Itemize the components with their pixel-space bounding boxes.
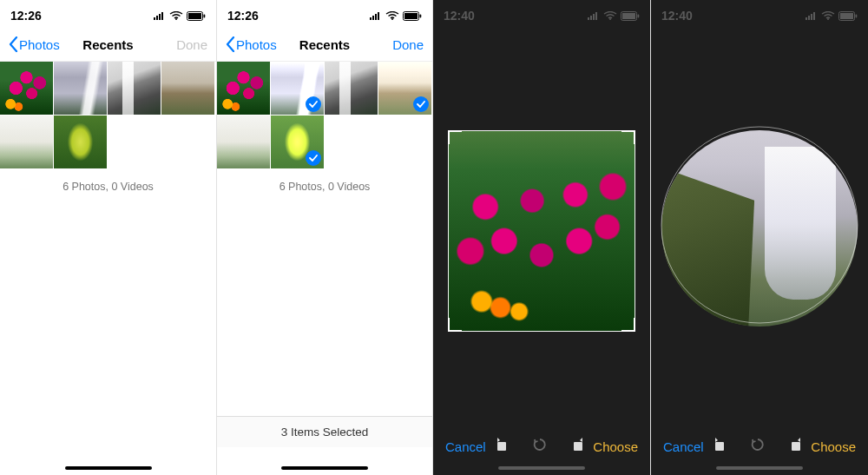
crop-toolbar: Cancel Choose xyxy=(433,437,650,456)
status-bar: 12:40 xyxy=(433,0,650,28)
svg-rect-11 xyxy=(378,12,379,20)
signal-icon xyxy=(370,11,382,20)
battery-icon xyxy=(187,11,206,21)
reset-icon[interactable] xyxy=(532,437,548,456)
svg-rect-16 xyxy=(588,17,589,20)
photo-thumb[interactable] xyxy=(54,62,107,115)
svg-rect-0 xyxy=(154,17,155,20)
svg-rect-10 xyxy=(375,14,377,20)
status-right xyxy=(154,11,206,21)
crop-image-area[interactable] xyxy=(448,130,635,332)
svg-rect-33 xyxy=(856,14,858,17)
crop-frame[interactable] xyxy=(448,130,635,332)
back-label: Photos xyxy=(236,37,277,52)
battery-icon xyxy=(621,11,640,21)
photo-thumb[interactable] xyxy=(217,62,270,115)
svg-rect-6 xyxy=(188,13,201,19)
svg-rect-14 xyxy=(404,13,418,19)
photo-thumb[interactable] xyxy=(0,115,53,168)
svg-rect-8 xyxy=(370,17,372,20)
status-right xyxy=(806,11,858,21)
photo-thumb[interactable] xyxy=(161,62,214,115)
crop-handle-br[interactable] xyxy=(621,318,635,332)
back-label: Photos xyxy=(19,37,60,52)
nav-title: Recents xyxy=(299,37,350,52)
selection-count-bar: 3 Items Selected xyxy=(217,416,432,447)
photo-thumb[interactable] xyxy=(217,115,270,168)
checkmark-icon xyxy=(413,96,429,112)
svg-rect-29 xyxy=(813,12,815,20)
crop-handle-tl[interactable] xyxy=(448,130,462,144)
photo-thumb[interactable] xyxy=(54,115,107,168)
rotate-left-icon[interactable] xyxy=(712,437,727,456)
wifi-icon xyxy=(821,11,835,20)
chevron-left-icon xyxy=(9,36,18,52)
svg-rect-2 xyxy=(159,14,161,20)
grid-summary: 6 Photos, 0 Videos xyxy=(0,181,216,193)
photo-thumb[interactable] xyxy=(325,62,378,115)
svg-point-20 xyxy=(609,18,611,20)
photo-thumb[interactable] xyxy=(108,62,161,115)
grid-summary: 6 Photos, 0 Videos xyxy=(217,181,432,193)
svg-rect-22 xyxy=(622,13,635,19)
photo-grid xyxy=(217,62,432,168)
status-time: 12:26 xyxy=(227,9,259,23)
rotate-right-icon[interactable] xyxy=(570,437,586,456)
home-indicator[interactable] xyxy=(498,466,585,470)
svg-rect-7 xyxy=(204,14,206,17)
wifi-icon xyxy=(169,11,183,20)
signal-icon xyxy=(154,11,166,20)
svg-rect-32 xyxy=(840,13,853,19)
nav-bar: Photos Recents Done xyxy=(0,28,216,62)
cancel-button[interactable]: Cancel xyxy=(445,439,486,454)
choose-button[interactable]: Choose xyxy=(811,439,856,454)
status-bar: 12:26 xyxy=(217,0,432,28)
signal-icon xyxy=(806,11,818,20)
home-indicator[interactable] xyxy=(65,466,152,470)
photo-thumb-selected[interactable] xyxy=(378,62,431,115)
checkmark-icon xyxy=(306,96,321,112)
svg-rect-17 xyxy=(590,16,592,20)
svg-rect-1 xyxy=(156,16,158,20)
svg-rect-23 xyxy=(638,14,640,17)
photo-thumb-selected[interactable] xyxy=(271,115,324,168)
reset-icon[interactable] xyxy=(750,437,766,456)
home-indicator[interactable] xyxy=(716,466,803,470)
chevron-left-icon xyxy=(226,36,235,52)
svg-rect-24 xyxy=(497,442,506,451)
rotate-right-icon[interactable] xyxy=(788,437,804,456)
svg-rect-18 xyxy=(593,14,595,20)
status-time: 12:40 xyxy=(444,9,475,23)
svg-rect-3 xyxy=(161,12,163,20)
crop-image-area[interactable] xyxy=(661,130,858,327)
back-button[interactable]: Photos xyxy=(226,36,277,52)
svg-rect-36 xyxy=(792,442,800,451)
battery-icon xyxy=(403,11,422,21)
photo-grid xyxy=(0,62,216,168)
svg-rect-35 xyxy=(715,442,724,451)
svg-point-4 xyxy=(175,18,177,20)
back-button[interactable]: Photos xyxy=(9,36,60,52)
choose-button[interactable]: Choose xyxy=(593,439,638,454)
crop-image xyxy=(661,130,858,327)
status-time: 12:40 xyxy=(661,9,693,23)
crop-handle-tr[interactable] xyxy=(621,130,635,144)
rotate-left-icon[interactable] xyxy=(494,437,510,456)
svg-rect-9 xyxy=(372,16,374,20)
photo-thumb-selected[interactable] xyxy=(271,62,324,115)
wifi-icon xyxy=(385,11,399,20)
crop-panel-square: 12:40 Cancel Choose xyxy=(432,0,650,475)
signal-icon xyxy=(588,11,600,20)
photo-thumb[interactable] xyxy=(0,62,53,115)
crop-handle-bl[interactable] xyxy=(448,318,462,332)
home-indicator[interactable] xyxy=(281,466,368,470)
status-bar: 12:40 xyxy=(651,0,868,28)
cancel-button[interactable]: Cancel xyxy=(663,439,704,454)
svg-rect-28 xyxy=(811,14,812,20)
nav-title: Recents xyxy=(82,37,133,52)
battery-icon xyxy=(838,11,858,21)
status-right xyxy=(588,11,640,21)
svg-rect-25 xyxy=(574,442,582,451)
photo-picker-panel: 12:26 Photos Recents Done xyxy=(0,0,216,475)
done-button[interactable]: Done xyxy=(392,37,424,52)
